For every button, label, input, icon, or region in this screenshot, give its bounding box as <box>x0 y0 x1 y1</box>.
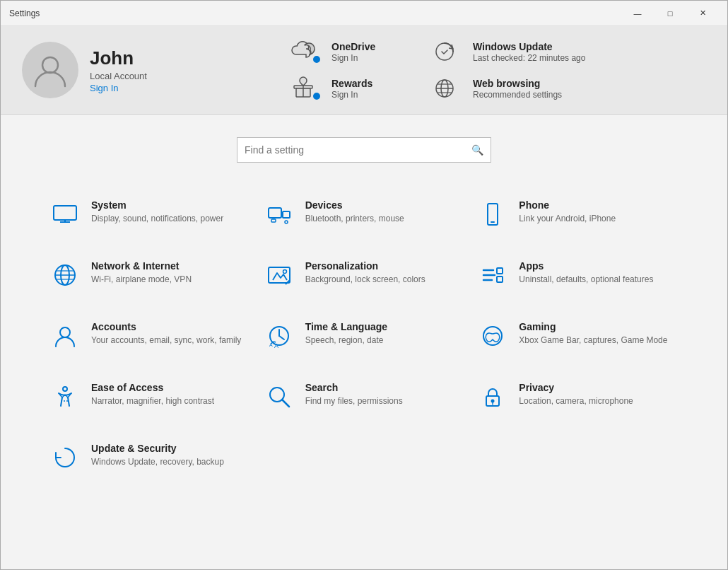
ease-of-access-desc: Narrator, magnifier, high contrast <box>91 395 214 407</box>
setting-ease-of-access[interactable]: Ease of Access Narrator, magnifier, high… <box>43 366 257 427</box>
apps-text: Apps Uninstall, defaults, optional featu… <box>519 260 653 286</box>
svg-text:A: A <box>269 342 273 347</box>
ease-of-access-icon <box>50 382 80 412</box>
header-section: John Local Account Sign In OneDrive Sign… <box>1 26 727 115</box>
service-windows-update[interactable]: Windows Update Last checked: 22 minutes … <box>432 39 585 64</box>
svg-rect-29 <box>497 268 503 274</box>
setting-personalization[interactable]: Personalization Background, lock screen,… <box>257 245 471 306</box>
svg-rect-13 <box>283 211 290 218</box>
profile-area: John Local Account Sign In <box>22 42 262 98</box>
ease-of-access-text: Ease of Access Narrator, magnifier, high… <box>91 382 214 407</box>
settings-grid: System Display, sound, notifications, po… <box>1 177 727 495</box>
time-language-desc: Speech, region, date <box>305 335 387 347</box>
apps-icon <box>478 260 507 290</box>
profile-account-type: Local Account <box>90 71 147 81</box>
update-security-name: Update & Security <box>91 443 224 454</box>
devices-desc: Bluetooth, printers, mouse <box>305 213 404 225</box>
profile-info: John Local Account Sign In <box>90 47 147 93</box>
update-security-desc: Windows Update, recovery, backup <box>91 456 224 468</box>
service-onedrive[interactable]: OneDrive Sign In <box>290 39 432 64</box>
setting-system[interactable]: System Display, sound, notifications, po… <box>43 184 257 245</box>
windows-update-text: Windows Update Last checked: 22 minutes … <box>473 41 585 63</box>
setting-accounts[interactable]: Accounts Your accounts, email, sync, wor… <box>43 306 257 366</box>
svg-rect-30 <box>497 277 503 282</box>
gaming-icon <box>478 321 507 351</box>
setting-apps[interactable]: Apps Uninstall, defaults, optional featu… <box>471 245 685 306</box>
service-rewards[interactable]: Rewards Sign In <box>290 76 432 101</box>
update-security-icon <box>50 443 80 472</box>
web-browsing-desc: Recommended settings <box>473 90 562 100</box>
search-setting-icon <box>264 382 294 412</box>
phone-desc: Link your Android, iPhone <box>519 213 616 225</box>
personalization-icon <box>264 260 294 290</box>
system-icon <box>50 199 80 229</box>
setting-gaming[interactable]: Gaming Xbox Game Bar, captures, Game Mod… <box>471 306 685 366</box>
gaming-text: Gaming Xbox Game Bar, captures, Game Mod… <box>519 321 667 347</box>
windows-update-name: Windows Update <box>473 41 585 52</box>
devices-name: Devices <box>305 199 404 211</box>
privacy-icon <box>478 382 507 412</box>
service-column-1: OneDrive Sign In Rewards Sig <box>290 39 432 101</box>
gaming-name: Gaming <box>519 321 667 332</box>
devices-icon <box>264 199 294 229</box>
network-name: Network & Internet <box>91 260 192 272</box>
time-language-name: Time & Language <box>305 321 387 332</box>
windows-update-icon-wrap <box>432 39 463 64</box>
rewards-desc: Sign In <box>331 90 372 100</box>
time-language-text: Time & Language Speech, region, date <box>305 321 387 347</box>
windows-update-icon <box>432 39 457 64</box>
avatar <box>22 42 78 98</box>
web-browsing-icon <box>432 76 457 101</box>
privacy-desc: Location, camera, microphone <box>519 395 633 407</box>
window-controls: — □ ✕ <box>621 1 719 26</box>
setting-search[interactable]: Search Find my files, permissions <box>257 366 471 427</box>
rewards-icon-wrap <box>290 76 322 101</box>
apps-name: Apps <box>519 260 653 272</box>
maximize-button[interactable]: □ <box>654 1 686 26</box>
accounts-desc: Your accounts, email, sync, work, family <box>91 335 241 347</box>
user-avatar-icon <box>31 51 69 89</box>
setting-phone[interactable]: Phone Link your Android, iPhone <box>471 184 685 245</box>
setting-time-language[interactable]: A A Time & Language Speech, region, date <box>257 306 471 366</box>
rewards-name: Rewards <box>331 78 372 89</box>
system-name: System <box>91 199 223 211</box>
search-area: 🔍 <box>1 115 727 177</box>
setting-update-security[interactable]: Update & Security Windows Update, recove… <box>43 427 257 488</box>
minimize-button[interactable]: — <box>621 1 654 26</box>
header-services: OneDrive Sign In Rewards Sig <box>290 39 706 101</box>
svg-point-24 <box>283 270 286 274</box>
svg-point-31 <box>60 327 70 337</box>
windows-update-desc: Last checked: 22 minutes ago <box>473 53 585 63</box>
search-setting-text: Search Find my files, permissions <box>305 382 403 407</box>
service-web-browsing[interactable]: Web browsing Recommended settings <box>432 76 585 101</box>
onedrive-desc: Sign In <box>331 53 375 63</box>
search-input[interactable] <box>245 144 471 156</box>
onedrive-badge <box>312 54 322 64</box>
rewards-text: Rewards Sign In <box>331 78 372 100</box>
privacy-text: Privacy Location, camera, microphone <box>519 382 633 407</box>
svg-point-15 <box>285 221 288 223</box>
search-icon: 🔍 <box>471 144 483 156</box>
web-browsing-name: Web browsing <box>473 78 562 89</box>
apps-desc: Uninstall, defaults, optional features <box>519 274 653 286</box>
ease-of-access-name: Ease of Access <box>91 382 214 393</box>
svg-point-0 <box>42 57 58 73</box>
network-desc: Wi-Fi, airplane mode, VPN <box>91 274 192 286</box>
setting-network[interactable]: Network & Internet Wi-Fi, airplane mode,… <box>43 245 257 306</box>
rewards-badge <box>312 91 322 101</box>
profile-signin-link[interactable]: Sign In <box>90 83 147 93</box>
title-bar: Settings — □ ✕ <box>1 1 727 26</box>
close-button[interactable]: ✕ <box>686 1 719 26</box>
accounts-icon <box>50 321 80 351</box>
web-browsing-text: Web browsing Recommended settings <box>473 78 562 100</box>
svg-rect-14 <box>271 219 276 222</box>
time-language-icon: A A <box>264 321 294 351</box>
setting-devices[interactable]: Devices Bluetooth, printers, mouse <box>257 184 471 245</box>
setting-privacy[interactable]: Privacy Location, camera, microphone <box>471 366 685 427</box>
onedrive-text: OneDrive Sign In <box>331 41 375 63</box>
web-browsing-icon-wrap <box>432 76 463 101</box>
system-desc: Display, sound, notifications, power <box>91 213 223 225</box>
search-setting-name: Search <box>305 382 403 393</box>
network-text: Network & Internet Wi-Fi, airplane mode,… <box>91 260 192 286</box>
network-icon <box>50 260 80 290</box>
